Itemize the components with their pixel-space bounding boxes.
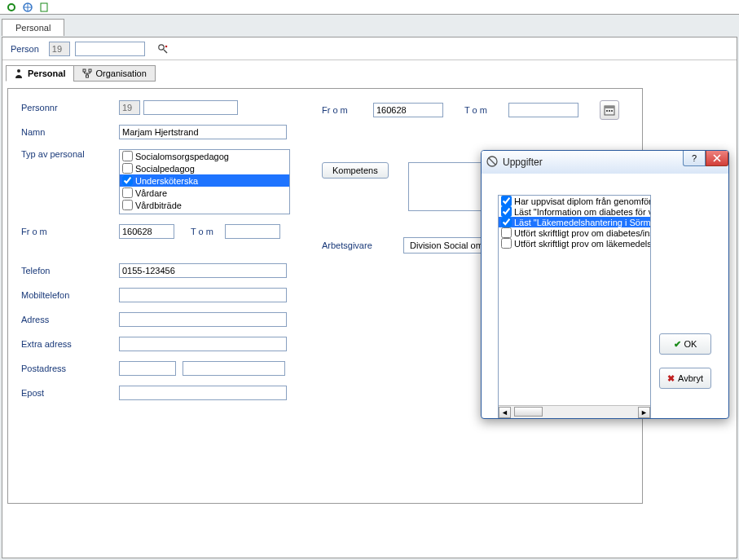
- list-item-label: Vårdare: [135, 188, 167, 198]
- list-item[interactable]: Undersköterska: [120, 174, 289, 187]
- scroll-thumb[interactable]: [514, 407, 543, 417]
- dialog-titlebar[interactable]: Uppgifter ?: [482, 151, 728, 174]
- list-item-label: Socialpedagog: [135, 164, 195, 174]
- list-item[interactable]: Vårdbiträde: [120, 199, 289, 211]
- personnr-input[interactable]: [143, 100, 238, 115]
- namn-input[interactable]: [119, 125, 287, 139]
- list-item-checkbox[interactable]: [122, 200, 133, 210]
- tom-input-r[interactable]: [508, 103, 578, 117]
- svg-rect-14: [611, 110, 613, 112]
- svg-point-5: [165, 45, 168, 47]
- person-prefix-input: [49, 42, 70, 56]
- list-item-label: Socialomsorgspedagog: [135, 152, 229, 161]
- svg-rect-9: [86, 75, 89, 77]
- epost-label: Epost: [21, 388, 119, 398]
- main-tab-strip: Personal: [0, 16, 739, 36]
- list-item-label: Undersköterska: [135, 176, 198, 186]
- check-icon: ✔: [674, 339, 681, 350]
- person-icon: [15, 68, 24, 78]
- svg-rect-2: [41, 3, 47, 11]
- org-icon: [82, 68, 92, 78]
- list-item-label: Läst "Läkemedelshantering i Sörmla: [514, 218, 651, 227]
- scroll-right-icon[interactable]: ►: [638, 407, 650, 418]
- telefon-label: Telefon: [21, 266, 119, 276]
- list-item-label: Läst "Information om diabetes för vå: [514, 207, 651, 217]
- tom-label: T o m: [191, 227, 225, 236]
- tab-personal[interactable]: Personal: [6, 65, 74, 82]
- list-item-checkbox[interactable]: [122, 175, 133, 186]
- uppgifter-dialog: Uppgifter ? Har uppvisat diplom från gen…: [481, 150, 729, 419]
- list-item-checkbox[interactable]: [501, 196, 512, 206]
- svg-rect-8: [89, 69, 91, 72]
- help-button[interactable]: ?: [683, 150, 706, 166]
- uppgifter-listbox[interactable]: Har uppvisat diplom från genomfördLäst "…: [498, 195, 651, 419]
- from-label: Fr o m: [21, 227, 119, 236]
- list-item[interactable]: Socialpedagog: [120, 162, 289, 174]
- list-item-label: Utfört skriftligt prov om läkemedelsha: [514, 239, 651, 249]
- kompetens-button[interactable]: Kompetens: [322, 162, 389, 179]
- person-label: Person: [7, 44, 39, 54]
- lookup-icon[interactable]: [155, 41, 171, 57]
- svg-point-6: [17, 69, 20, 73]
- ok-button[interactable]: ✔ OK: [659, 333, 711, 355]
- tom-label-r: T o m: [464, 105, 502, 115]
- post-city-input[interactable]: [183, 361, 285, 376]
- svg-rect-11: [605, 106, 614, 108]
- calendar-button[interactable]: [600, 100, 619, 120]
- list-item[interactable]: Läst "Information om diabetes för vå: [499, 206, 650, 217]
- list-item-checkbox[interactable]: [501, 227, 512, 238]
- cancel-label: Avbryt: [678, 373, 703, 383]
- typ-listbox[interactable]: SocialomsorgspedagogSocialpedagogUndersk…: [119, 149, 290, 214]
- svg-line-4: [164, 50, 167, 53]
- svg-point-3: [159, 44, 164, 49]
- svg-rect-7: [83, 69, 86, 72]
- epost-input[interactable]: [119, 386, 287, 400]
- list-item-checkbox[interactable]: [501, 206, 512, 217]
- dialog-icon: [486, 156, 498, 169]
- person-id-input[interactable]: [75, 42, 145, 56]
- list-item-label: Vårdbiträde: [135, 201, 182, 210]
- app-toolbar: [0, 0, 739, 15]
- tom-input[interactable]: [225, 224, 280, 239]
- cancel-button[interactable]: ✖ Avbryt: [659, 368, 711, 389]
- list-item[interactable]: Utfört skriftligt prov om läkemedelsha: [499, 238, 650, 249]
- svg-rect-12: [606, 110, 608, 112]
- tab-personal-main[interactable]: Personal: [2, 19, 64, 36]
- list-item[interactable]: Socialomsorgspedagog: [120, 150, 289, 162]
- ok-label: OK: [684, 339, 697, 349]
- personnr-prefix-input: [119, 100, 140, 115]
- adress-input[interactable]: [119, 312, 287, 327]
- from-input[interactable]: [119, 224, 174, 239]
- refresh-icon[interactable]: [7, 2, 16, 12]
- extra-label: Extra adress: [21, 339, 119, 349]
- from-label-r: Fr o m: [322, 105, 367, 115]
- post-zip-input[interactable]: [119, 361, 176, 376]
- sheet-icon[interactable]: [39, 2, 49, 12]
- extra-input[interactable]: [119, 337, 287, 351]
- tab-organisation[interactable]: Organisation: [73, 65, 155, 82]
- dialog-title: Uppgifter: [503, 157, 543, 168]
- telefon-input[interactable]: [119, 263, 287, 278]
- list-item[interactable]: Läst "Läkemedelshantering i Sörmla: [499, 217, 650, 227]
- list-item-checkbox[interactable]: [122, 151, 133, 161]
- list-item-checkbox[interactable]: [122, 163, 133, 174]
- list-item-checkbox[interactable]: [501, 238, 512, 249]
- list-item[interactable]: Vårdare: [120, 187, 289, 199]
- globe-icon[interactable]: [23, 2, 33, 12]
- mobil-input[interactable]: [119, 288, 287, 302]
- post-label: Postadress: [21, 364, 119, 373]
- svg-rect-13: [609, 110, 610, 112]
- scroll-left-icon[interactable]: ◄: [499, 407, 511, 418]
- list-item[interactable]: Utfört skriftligt prov om diabetes/insu: [499, 227, 650, 238]
- horizontal-scrollbar[interactable]: ◄ ►: [499, 405, 650, 418]
- list-item-checkbox[interactable]: [122, 187, 133, 198]
- form-tab-strip: Personal Organisation: [2, 60, 737, 82]
- arbetsgivare-label: Arbetsgivare: [322, 240, 403, 250]
- svg-line-16: [489, 158, 495, 165]
- close-button[interactable]: [706, 150, 728, 166]
- namn-label: Namn: [21, 127, 119, 137]
- list-item[interactable]: Har uppvisat diplom från genomförd: [499, 196, 650, 206]
- from-input-r[interactable]: [373, 103, 443, 117]
- mobil-label: Mobiltelefon: [21, 290, 119, 300]
- list-item-checkbox[interactable]: [501, 217, 512, 227]
